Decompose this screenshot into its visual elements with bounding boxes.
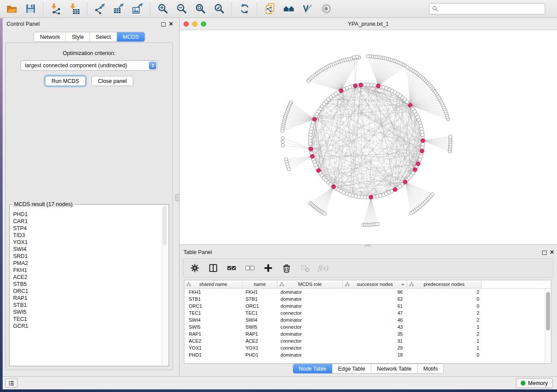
show-columns-button[interactable]: [208, 263, 218, 273]
memory-button[interactable]: Memory: [516, 378, 553, 388]
tab-network-table[interactable]: Network Table: [371, 364, 418, 373]
zoom-selected-button[interactable]: [213, 2, 226, 15]
fx-icon[interactable]: f(x): [318, 264, 329, 272]
table-cell[interactable]: STB1: [184, 296, 242, 302]
table-cell[interactable]: FKH1: [242, 289, 277, 295]
table-cell[interactable]: ORC1: [184, 303, 242, 309]
table-cell[interactable]: 2: [407, 317, 481, 323]
zoom-fit-button[interactable]: [194, 2, 207, 15]
export-image-button[interactable]: [131, 2, 144, 15]
table-cell[interactable]: 46: [343, 317, 407, 323]
table-cell[interactable]: STB1: [242, 296, 277, 302]
close-panel-icon[interactable]: ×: [550, 248, 554, 257]
close-panel-icon[interactable]: ×: [169, 20, 173, 28]
table-cell[interactable]: 2: [407, 289, 481, 295]
mcds-node[interactable]: [309, 147, 313, 151]
mcds-node[interactable]: [332, 185, 336, 189]
table-cell[interactable]: dominator: [277, 317, 343, 323]
close-window-icon[interactable]: [183, 21, 189, 27]
network-node[interactable]: [323, 212, 326, 215]
table-cell[interactable]: 61: [343, 303, 407, 309]
table-cell[interactable]: SWI4: [242, 317, 277, 323]
mcds-node[interactable]: [317, 168, 321, 172]
table-cell[interactable]: connector: [277, 338, 343, 344]
table-cell[interactable]: connector: [277, 345, 343, 351]
table-cell[interactable]: 1: [407, 345, 481, 351]
mcds-node[interactable]: [359, 83, 363, 87]
style-apply-button[interactable]: [301, 2, 314, 15]
zoom-out-button[interactable]: [175, 2, 188, 15]
table-cell[interactable]: ACE2: [242, 338, 277, 344]
mcds-result-item[interactable]: STB1: [10, 302, 162, 309]
mcds-node[interactable]: [393, 188, 397, 192]
network-node[interactable]: [281, 144, 284, 147]
new-network-from-selection-button[interactable]: [263, 2, 277, 15]
show-task-history-button[interactable]: [5, 378, 17, 388]
mcds-result-item[interactable]: CAR1: [10, 218, 162, 225]
table-row[interactable]: PHD1PHD1dominator180: [184, 351, 545, 358]
export-table-button[interactable]: [112, 2, 125, 15]
open-session-button[interactable]: [5, 2, 18, 15]
mcds-result-item[interactable]: GCR1: [10, 323, 162, 330]
tab-motifs[interactable]: Motifs: [418, 364, 443, 373]
mcds-node[interactable]: [353, 84, 357, 88]
select-all-button[interactable]: [226, 263, 237, 273]
table-cell[interactable]: ORC1: [242, 303, 277, 309]
float-panel-icon[interactable]: [542, 251, 547, 255]
mcds-result-item[interactable]: PHD1: [10, 211, 162, 218]
table-cell[interactable]: TEC1: [242, 310, 277, 316]
mcds-result-item[interactable]: STB5: [10, 281, 162, 288]
table-row[interactable]: ACE2ACE2connector311: [184, 337, 545, 344]
table-row[interactable]: STB1STB1dominator620: [184, 296, 545, 303]
network-node[interactable]: [449, 135, 452, 138]
network-node[interactable]: [307, 79, 310, 83]
network-node[interactable]: [287, 168, 291, 171]
mcds-node[interactable]: [310, 155, 314, 158]
table-cell[interactable]: dominator: [277, 331, 343, 337]
deselect-all-button[interactable]: [245, 263, 255, 273]
tab-node-table[interactable]: Node Table: [293, 364, 332, 373]
mcds-result-item[interactable]: RAP1: [10, 295, 162, 302]
mcds-result-item[interactable]: SWI4: [10, 246, 162, 253]
search-input[interactable]: [438, 6, 545, 12]
table-row[interactable]: RAP1RAP1dominator352: [184, 330, 545, 337]
mcds-result-item[interactable]: TID3: [10, 232, 162, 239]
mcds-result-item[interactable]: SRD1: [10, 253, 162, 260]
optimization-criterion-select[interactable]: largest connected component (undirected): [21, 60, 158, 71]
run-mcds-button[interactable]: Run MCDS: [45, 76, 86, 86]
network-node[interactable]: [281, 136, 284, 140]
network-node[interactable]: [352, 55, 356, 59]
table-cell[interactable]: 1: [407, 324, 481, 330]
mcds-node[interactable]: [416, 162, 420, 166]
table-cell[interactable]: 1: [407, 338, 481, 344]
table-mode-button[interactable]: [190, 263, 200, 273]
create-column-button[interactable]: [263, 263, 273, 273]
table-cell[interactable]: RAP1: [184, 331, 242, 337]
scrollbar-thumb[interactable]: [546, 292, 550, 330]
mcds-node[interactable]: [421, 139, 425, 143]
mcds-node[interactable]: [408, 103, 412, 107]
import-table-button[interactable]: [68, 2, 81, 15]
float-panel-icon[interactable]: [161, 22, 166, 27]
network-node[interactable]: [406, 65, 409, 69]
table-cell[interactable]: dominator: [277, 303, 343, 309]
mcds-node[interactable]: [420, 149, 424, 153]
mcds-result-item[interactable]: ORC1: [10, 288, 162, 295]
mcds-node[interactable]: [313, 117, 317, 121]
table-cell[interactable]: 35: [343, 331, 407, 337]
table-cell[interactable]: 18: [343, 352, 407, 358]
network-node[interactable]: [421, 142, 425, 146]
network-node[interactable]: [431, 193, 434, 196]
mcds-result-item[interactable]: FKH1: [10, 267, 162, 274]
table-cell[interactable]: TEC1: [184, 310, 242, 316]
network-node[interactable]: [376, 223, 379, 226]
table-cell[interactable]: YOX1: [184, 345, 242, 351]
zoom-in-button[interactable]: [156, 2, 170, 15]
table-cell[interactable]: 96: [343, 289, 407, 295]
apply-layout-button[interactable]: [238, 2, 251, 15]
table-cell[interactable]: 62: [343, 296, 407, 302]
table-cell[interactable]: PHD1: [242, 352, 277, 358]
table-cell[interactable]: 0: [407, 296, 481, 302]
mcds-result-item[interactable]: STP4: [10, 225, 162, 232]
table-cell[interactable]: 31: [343, 338, 407, 344]
